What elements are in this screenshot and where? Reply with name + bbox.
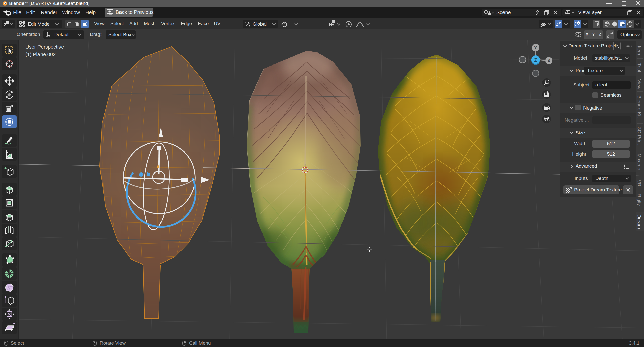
svg-text:Y: Y bbox=[534, 46, 537, 50]
svg-text:Z: Z bbox=[534, 58, 537, 63]
svg-text:X: X bbox=[548, 59, 550, 63]
